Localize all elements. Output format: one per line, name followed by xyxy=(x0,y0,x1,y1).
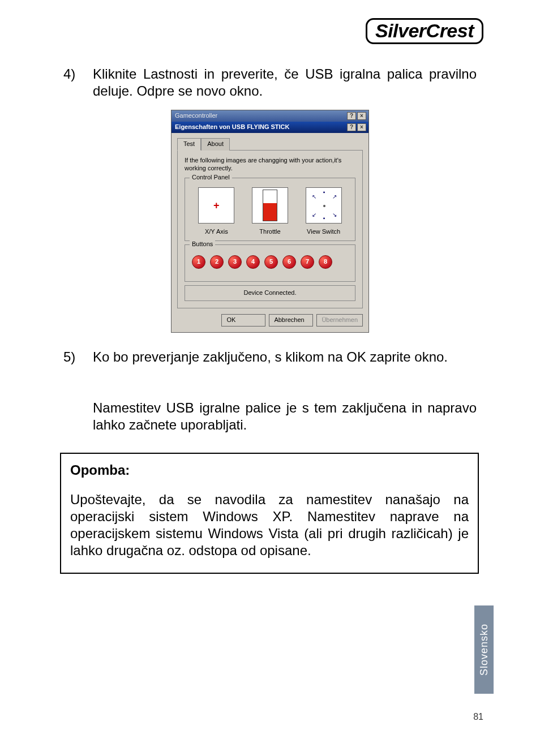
back-window-title: Gamecontroller xyxy=(175,112,346,120)
ok-button[interactable]: OK xyxy=(221,314,265,327)
embedded-dialog-screenshot: Gamecontroller ? × Eigenschaften von USB… xyxy=(63,110,477,333)
throttle-box xyxy=(252,187,288,224)
tabs-row: Test About xyxy=(177,138,363,150)
throttle-fill-indicator xyxy=(263,203,277,221)
joystick-button-indicator: 1 xyxy=(192,255,205,269)
joystick-button-indicator: 6 xyxy=(282,255,296,269)
tab-about[interactable]: About xyxy=(201,138,230,151)
help-icon[interactable]: ? xyxy=(347,123,356,131)
list-marker: 4) xyxy=(63,66,93,100)
tab-panel: If the following images are changging wi… xyxy=(177,150,363,308)
instruction-text: If the following images are changging wi… xyxy=(185,156,355,173)
front-window-title: Eigenschaften von USB FLYING STICK xyxy=(175,123,346,131)
joystick-button-indicator: 4 xyxy=(246,255,260,269)
page-content: 4) Kliknite Lastnosti in preverite, če U… xyxy=(63,66,477,574)
page-number: 81 xyxy=(473,712,483,722)
apply-button[interactable]: Übernehmen xyxy=(316,314,363,327)
language-side-tab: Slovensko xyxy=(474,605,494,694)
brand-logo: SilverCrest xyxy=(366,18,483,44)
crosshair-icon: + xyxy=(213,199,220,212)
view-switch-box: ▪ ↖ ↗ ↙ ↘ ▪ xyxy=(306,187,342,224)
close-icon[interactable]: × xyxy=(357,123,366,131)
connection-status: Device Connected. xyxy=(185,285,355,301)
close-icon[interactable]: × xyxy=(357,112,366,120)
note-body: Upoštevajte, da se navodila za namestite… xyxy=(70,491,469,559)
list-item-5: 5) Ko bo preverjanje zaključeno, s kliko… xyxy=(63,349,477,433)
view-switch-control: ▪ ↖ ↗ ↙ ↘ ▪ View Switch xyxy=(306,187,342,236)
joystick-button-indicator: 3 xyxy=(228,255,242,269)
cancel-button[interactable]: Abbrechen xyxy=(269,314,313,327)
xy-axis-label: X/Y Axis xyxy=(198,228,234,236)
note-title: Opomba: xyxy=(70,462,469,479)
list-marker: 5) xyxy=(63,349,93,433)
back-window-titlebar: Gamecontroller ? × xyxy=(172,110,368,122)
dialog-button-row: OK Abbrechen Übernehmen xyxy=(177,314,363,327)
xy-axis-box: + xyxy=(198,187,234,224)
list-body: Ko bo preverjanje zaključeno, s klikom n… xyxy=(93,349,477,433)
buttons-group: Buttons 1 2 3 4 5 6 7 8 xyxy=(185,244,355,282)
note-box: Opomba: Upoštevajte, da se navodila za n… xyxy=(60,453,479,574)
view-switch-label: View Switch xyxy=(306,228,342,236)
buttons-row: 1 2 3 4 5 6 7 8 xyxy=(190,252,350,277)
control-panel-group: Control Panel + X/Y Axis xyxy=(185,178,355,241)
throttle-control: Throttle xyxy=(252,187,288,236)
front-window-titlebar: Eigenschaften von USB FLYING STICK ? × xyxy=(172,122,368,133)
control-panel-title: Control Panel xyxy=(190,174,232,182)
joystick-button-indicator: 2 xyxy=(210,255,224,269)
help-icon[interactable]: ? xyxy=(347,112,356,120)
list-after-para: Namestitev USB igralne palice je s tem z… xyxy=(93,400,477,433)
list-body-text: Ko bo preverjanje zaključeno, s klikom n… xyxy=(93,349,448,364)
xy-axis-control: + X/Y Axis xyxy=(198,187,234,236)
joystick-button-indicator: 7 xyxy=(301,255,314,269)
joystick-button-indicator: 5 xyxy=(264,255,278,269)
list-item-4: 4) Kliknite Lastnosti in preverite, če U… xyxy=(63,66,477,100)
buttons-group-title: Buttons xyxy=(190,240,215,248)
joystick-properties-window: Gamecontroller ? × Eigenschaften von USB… xyxy=(171,110,369,333)
dialog-body: Test About If the following images are c… xyxy=(172,133,368,332)
tab-test[interactable]: Test xyxy=(177,138,201,151)
list-body: Kliknite Lastnosti in preverite, če USB … xyxy=(93,66,477,100)
throttle-label: Throttle xyxy=(252,228,288,236)
joystick-button-indicator: 8 xyxy=(319,255,332,269)
